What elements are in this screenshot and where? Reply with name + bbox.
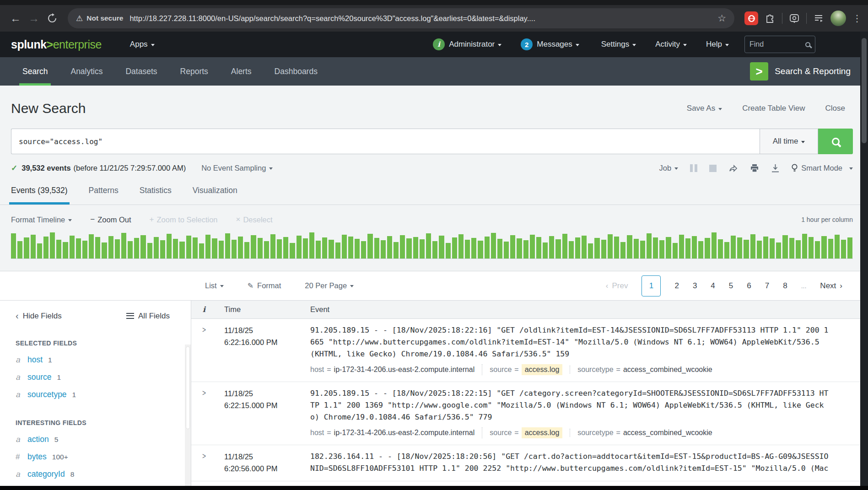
timeline-bar[interactable] <box>400 235 405 258</box>
timeline-bar[interactable] <box>555 239 561 258</box>
job-menu[interactable]: Job <box>659 164 679 172</box>
share-icon[interactable] <box>728 164 738 172</box>
field-action[interactable]: aaction5 <box>16 435 191 444</box>
timeline-bar[interactable] <box>569 241 574 258</box>
timeline-bar[interactable] <box>154 237 159 258</box>
timeline-bar[interactable] <box>718 239 723 258</box>
find-search-box[interactable] <box>744 36 815 53</box>
timeline-bar[interactable] <box>549 236 554 258</box>
timeline-bar[interactable] <box>186 236 191 258</box>
find-input[interactable] <box>749 40 805 48</box>
timeline-bar[interactable] <box>543 242 548 258</box>
timeline-bar[interactable] <box>406 238 411 258</box>
help-menu[interactable]: Help <box>706 40 729 49</box>
field-value[interactable]: access.log <box>522 427 563 438</box>
timeline-bar[interactable] <box>140 235 146 258</box>
appnav-item-search[interactable]: Search <box>11 57 59 86</box>
next-page-button[interactable]: Next› <box>820 281 842 291</box>
timeline-bar[interactable] <box>283 237 288 258</box>
timeline-bar[interactable] <box>815 241 820 258</box>
timeline-bar[interactable] <box>523 240 528 258</box>
timeline-bar[interactable] <box>510 235 515 258</box>
timeline-bar[interactable] <box>270 234 275 258</box>
timeline-bar[interactable] <box>322 237 327 258</box>
timeline-bar[interactable] <box>504 242 509 258</box>
timeline-bar[interactable] <box>394 242 399 258</box>
export-icon[interactable] <box>771 164 780 172</box>
print-icon[interactable] <box>750 164 759 172</box>
timeline-bar[interactable] <box>173 239 178 258</box>
expand-event-icon[interactable]: > <box>202 451 206 461</box>
search-reporting-app-icon[interactable]: > <box>750 62 768 81</box>
timeline-bar[interactable] <box>640 241 645 258</box>
appnav-item-analytics[interactable]: Analytics <box>59 57 114 86</box>
timeline-bar[interactable] <box>426 233 431 258</box>
splunk-logo[interactable]: splunk>enterprise <box>11 38 102 51</box>
bookmark-star-icon[interactable]: ☆ <box>717 13 726 24</box>
timeline-bar[interactable] <box>757 241 762 258</box>
timeline-bar[interactable] <box>594 238 599 258</box>
timeline-bar[interactable] <box>121 233 126 258</box>
timeline-bar[interactable] <box>620 242 625 258</box>
timeline-bar[interactable] <box>70 236 75 258</box>
timeline-bar[interactable] <box>847 237 852 258</box>
page-8[interactable]: 8 <box>783 281 787 291</box>
timeline-bar[interactable] <box>471 238 476 258</box>
tab-statistics[interactable]: Statistics <box>140 184 172 205</box>
timeline-bar[interactable] <box>335 242 340 258</box>
page-7[interactable]: 7 <box>765 281 769 291</box>
timeline-bar[interactable] <box>705 238 710 258</box>
timeline-bar[interactable] <box>17 241 22 258</box>
timeline-bar[interactable] <box>355 239 360 258</box>
field-value[interactable]: ip-172-31-4-206.us-east-2.compute.intern… <box>334 429 475 437</box>
timeline-bar[interactable] <box>497 239 502 258</box>
expand-event-icon[interactable]: > <box>202 388 206 398</box>
timeline-bar[interactable] <box>238 237 243 258</box>
timeline-bar[interactable] <box>841 240 846 258</box>
timeline-bar[interactable] <box>452 237 457 258</box>
save-as-button[interactable]: Save As <box>687 104 722 113</box>
timeline-bar[interactable] <box>666 237 671 258</box>
timeline-bar[interactable] <box>50 232 55 258</box>
timeline-bar[interactable] <box>737 237 742 258</box>
timeline-bar[interactable] <box>89 234 94 258</box>
timeline-bar[interactable] <box>387 236 392 258</box>
timeline-bar[interactable] <box>802 234 807 258</box>
page-3[interactable]: 3 <box>693 281 697 291</box>
sidebar-scrollbar-thumb[interactable] <box>186 346 190 429</box>
timeline-bar[interactable] <box>31 235 36 258</box>
timeline-bar[interactable] <box>770 238 775 258</box>
app-name[interactable]: Search & Reporting <box>775 66 851 76</box>
timeline-bar[interactable] <box>659 240 664 258</box>
zoom-out-button[interactable]: −Zoom Out <box>90 215 131 224</box>
timeline-bar[interactable] <box>56 240 61 258</box>
timeline-bar[interactable] <box>82 241 87 258</box>
timeline-bar[interactable] <box>517 238 522 258</box>
extension-red-icon[interactable] <box>744 11 758 25</box>
timeline-bar[interactable] <box>128 241 133 258</box>
field-host[interactable]: ahost1 <box>16 355 191 365</box>
timeline-bar[interactable] <box>634 239 639 258</box>
timeline-bar[interactable] <box>316 241 321 258</box>
timeline-bar[interactable] <box>277 239 282 258</box>
timeline-bar[interactable] <box>796 240 801 258</box>
timeline-bar[interactable] <box>698 241 703 258</box>
timeline-bar[interactable] <box>750 234 755 258</box>
timeline-bar[interactable] <box>115 239 120 258</box>
hide-fields-button[interactable]: ‹Hide Fields <box>16 311 62 321</box>
timeline-bar[interactable] <box>205 235 210 258</box>
field-value[interactable]: access_combined_wcookie <box>623 429 712 437</box>
timeline-bar[interactable] <box>413 237 418 258</box>
timeline-bar[interactable] <box>724 242 729 258</box>
timeline-bar[interactable] <box>536 237 541 258</box>
field-categoryId[interactable]: acategoryId8 <box>16 469 191 479</box>
timeline-bar[interactable] <box>712 232 717 258</box>
timeline-bar[interactable] <box>244 242 249 258</box>
timeline-bar[interactable] <box>485 237 490 258</box>
timeline-bar[interactable] <box>821 236 826 258</box>
activity-menu[interactable]: Activity <box>655 40 687 49</box>
timeline-bar[interactable] <box>219 241 224 258</box>
per-page-menu[interactable]: 20 Per Page <box>305 281 354 290</box>
page-4[interactable]: 4 <box>711 281 715 291</box>
timeline-bar[interactable] <box>193 237 198 258</box>
